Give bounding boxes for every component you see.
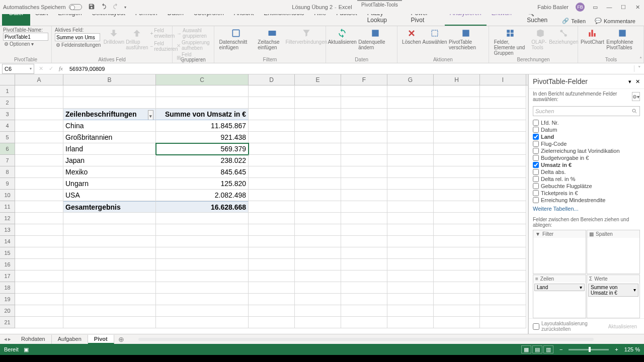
cell[interactable]	[387, 305, 434, 317]
cell[interactable]	[341, 270, 387, 282]
cell[interactable]	[341, 97, 387, 109]
cell[interactable]: 238.022	[156, 155, 249, 166]
cell[interactable]	[341, 143, 387, 155]
field-checkbox[interactable]	[533, 176, 539, 182]
cell[interactable]	[249, 85, 295, 97]
options-button[interactable]: ⚙ Optionen ▾	[3, 41, 48, 47]
cell[interactable]	[480, 190, 526, 201]
cell[interactable]	[156, 282, 249, 294]
cell[interactable]	[63, 259, 156, 270]
cell[interactable]: 2.082.498	[156, 190, 249, 201]
add-sheet-icon[interactable]: ⊕	[114, 335, 128, 343]
row-filter-icon[interactable]: ▾	[148, 110, 153, 120]
cell[interactable]	[15, 305, 63, 317]
cell[interactable]	[341, 247, 387, 259]
cell[interactable]	[156, 305, 249, 317]
cell[interactable]	[480, 143, 526, 155]
rows-area[interactable]: ≡Zeilen Land▾	[533, 275, 586, 319]
cell[interactable]	[249, 143, 295, 155]
cell[interactable]	[156, 236, 249, 247]
cell[interactable]	[387, 190, 434, 201]
field-item[interactable]: Budgetvorgabe in €	[533, 154, 640, 161]
maximize-icon[interactable]: ☐	[620, 4, 627, 11]
cell[interactable]	[156, 270, 249, 282]
field-checkbox[interactable]	[533, 183, 539, 189]
cell[interactable]	[15, 270, 63, 282]
sheet-nav-first-icon[interactable]: ◂	[4, 336, 7, 342]
cell[interactable]: 921.438	[156, 132, 249, 143]
cell[interactable]	[295, 236, 341, 247]
insert-timeline-button[interactable]: Zeitachse einfügen	[256, 27, 289, 51]
select-all-cell[interactable]	[0, 74, 15, 85]
cell[interactable]	[63, 305, 156, 317]
col-header-H[interactable]: H	[434, 74, 480, 85]
cell[interactable]: Ungarn	[63, 178, 156, 190]
cell[interactable]	[15, 155, 63, 166]
cell[interactable]	[480, 317, 526, 328]
field-item[interactable]: Flug-Code	[533, 140, 640, 147]
field-item[interactable]: Delta rel. in %	[533, 175, 640, 183]
cell[interactable]	[295, 190, 341, 201]
cell[interactable]: Mexiko	[63, 166, 156, 178]
cell[interactable]	[156, 294, 249, 305]
cell[interactable]	[434, 236, 480, 247]
cell[interactable]	[15, 132, 63, 143]
cell[interactable]	[249, 282, 295, 294]
cell[interactable]	[387, 166, 434, 178]
cell[interactable]	[15, 109, 63, 120]
field-checkbox[interactable]	[533, 197, 539, 203]
cell[interactable]	[387, 317, 434, 328]
cell[interactable]	[387, 247, 434, 259]
page-break-view-icon[interactable]: ▥	[543, 345, 553, 353]
cell[interactable]	[341, 109, 387, 120]
cell[interactable]: Irland	[63, 143, 156, 155]
qat-dropdown-icon[interactable]: ▾	[124, 5, 126, 10]
cell[interactable]	[387, 236, 434, 247]
field-item[interactable]: Datum	[533, 126, 640, 133]
cell[interactable]	[387, 143, 434, 155]
cell[interactable]	[480, 294, 526, 305]
refresh-button[interactable]: Aktualisieren	[329, 27, 355, 51]
row-header[interactable]: 12	[0, 213, 15, 224]
change-source-button[interactable]: Datenquelle ändern	[356, 27, 394, 51]
field-search-input[interactable]: Suchen	[533, 106, 640, 116]
cell[interactable]	[63, 236, 156, 247]
formula-input[interactable]	[67, 64, 634, 74]
cell[interactable]	[295, 224, 341, 236]
cell[interactable]	[63, 282, 156, 294]
cell[interactable]	[387, 120, 434, 132]
field-item[interactable]: Lfd. Nr.	[533, 119, 640, 126]
cell[interactable]	[295, 213, 341, 224]
cell[interactable]	[295, 85, 341, 97]
cell[interactable]	[63, 85, 156, 97]
cell[interactable]	[295, 305, 341, 317]
field-checkbox[interactable]	[533, 141, 539, 147]
cell[interactable]	[387, 270, 434, 282]
cell[interactable]	[249, 120, 295, 132]
cell[interactable]: Gesamtergebnis	[63, 201, 156, 213]
field-item[interactable]: Zielerreichung laut Vorindikation	[533, 147, 640, 154]
cell[interactable]	[63, 270, 156, 282]
cell[interactable]	[480, 247, 526, 259]
cell[interactable]	[63, 317, 156, 328]
cell[interactable]	[341, 305, 387, 317]
cell[interactable]	[249, 213, 295, 224]
cell[interactable]	[480, 213, 526, 224]
cell[interactable]: 845.645	[156, 166, 249, 178]
col-header-F[interactable]: F	[341, 74, 387, 85]
cell[interactable]	[15, 224, 63, 236]
cell[interactable]	[434, 317, 480, 328]
cell[interactable]	[434, 166, 480, 178]
cell[interactable]	[434, 259, 480, 270]
cell[interactable]	[15, 259, 63, 270]
row-header[interactable]: 15	[0, 247, 15, 259]
cell[interactable]: 11.845.867	[156, 120, 249, 132]
cell[interactable]	[156, 317, 249, 328]
field-checkbox[interactable]	[533, 134, 539, 140]
cell[interactable]	[249, 270, 295, 282]
sheet-nav-last-icon[interactable]: ▸	[8, 336, 11, 342]
cell[interactable]	[249, 178, 295, 190]
cell[interactable]	[15, 282, 63, 294]
cell[interactable]	[434, 305, 480, 317]
col-header-D[interactable]: D	[249, 74, 295, 85]
